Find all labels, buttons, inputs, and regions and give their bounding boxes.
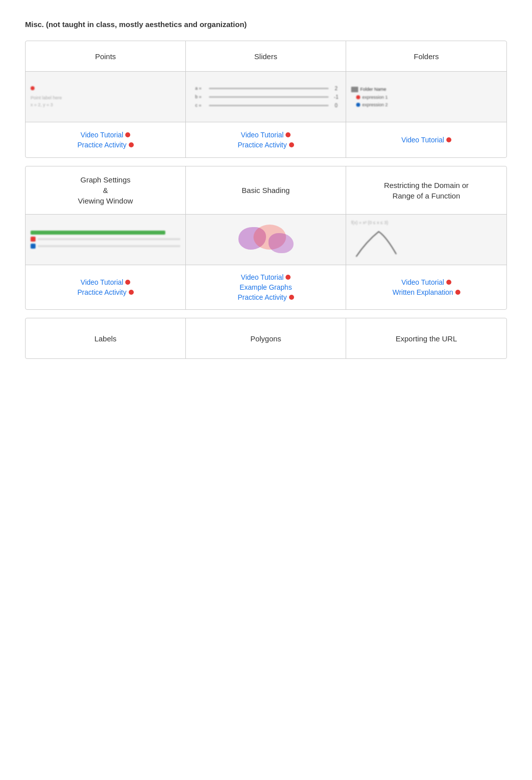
folders-video-tutorial-link[interactable]: Video Tutorial: [401, 136, 451, 144]
folders-preview: Folder Name expression 1 expression 2: [346, 72, 506, 122]
basic-shading-label: Basic Shading: [242, 186, 290, 194]
basic-shading-preview: [186, 215, 346, 265]
sliders-video-dot: [286, 132, 291, 137]
header-row-3: Labels Polygons Exporting the URL: [26, 318, 506, 358]
graph-settings-practice-link[interactable]: Practice Activity: [77, 288, 133, 296]
points-header: Points: [26, 41, 186, 71]
svg-rect-0: [351, 87, 358, 92]
graph-settings-header: Graph Settings & Viewing Window: [26, 166, 186, 214]
restrict-domain-written-label: Written Explanation: [392, 288, 453, 296]
folders-label: Folders: [414, 52, 439, 61]
basic-shading-video-dot: [286, 275, 291, 280]
folders-video-dot: [446, 137, 451, 142]
graph-settings-practice-label: Practice Activity: [77, 288, 126, 296]
section-title: Misc. (not taught in class, mostly aesth…: [25, 20, 507, 29]
basic-shading-video-tutorial-link[interactable]: Video Tutorial: [241, 273, 291, 281]
restrict-domain-header: Restricting the Domain or Range of a Fun…: [346, 166, 506, 214]
sliders-practice-label: Practice Activity: [237, 141, 287, 149]
restrict-domain-links: Video Tutorial Written Explanation: [346, 265, 506, 309]
graph-settings-video-tutorial-link[interactable]: Video Tutorial: [81, 278, 130, 286]
points-video-tutorial-link[interactable]: Video Tutorial: [81, 131, 130, 139]
polygons-label: Polygons: [250, 334, 282, 343]
restrict-domain-preview: f(x) = x² {0 ≤ x ≤ 3}: [346, 215, 506, 265]
basic-shading-links: Video Tutorial Example Graphs Practice A…: [186, 265, 346, 309]
links-row-2: Video Tutorial Practice Activity Video T…: [26, 265, 506, 309]
restrict-domain-video-dot: [446, 280, 451, 285]
sliders-header: Sliders: [186, 41, 346, 71]
basic-shading-practice-dot: [289, 295, 294, 300]
graph-settings-practice-dot: [129, 290, 134, 295]
polygons-header: Polygons: [186, 318, 346, 358]
graph-settings-links: Video Tutorial Practice Activity: [26, 265, 186, 309]
group3: Labels Polygons Exporting the URL: [25, 318, 507, 359]
labels-label: Labels: [94, 334, 116, 343]
graph-settings-video-dot: [125, 280, 130, 285]
labels-header: Labels: [26, 318, 186, 358]
preview-row-2: f(x) = x² {0 ≤ x ≤ 3}: [26, 214, 506, 265]
points-practice-dot: [129, 142, 134, 147]
sliders-links: Video Tutorial Practice Activity: [186, 122, 346, 157]
links-row-1: Video Tutorial Practice Activity Video T…: [26, 122, 506, 157]
restrict-domain-written-dot: [455, 290, 460, 295]
basic-shading-header: Basic Shading: [186, 166, 346, 214]
graph-settings-video-label: Video Tutorial: [81, 278, 123, 286]
points-practice-label: Practice Activity: [77, 141, 126, 149]
basic-shading-practice-link[interactable]: Practice Activity: [237, 293, 294, 301]
basic-shading-example-graphs-link[interactable]: Example Graphs: [239, 283, 292, 291]
basic-shading-practice-label: Practice Activity: [237, 293, 287, 301]
folders-header: Folders: [346, 41, 506, 71]
folders-video-tutorial-label: Video Tutorial: [401, 136, 444, 144]
points-label: Points: [95, 52, 116, 61]
sliders-video-tutorial-link[interactable]: Video Tutorial: [241, 131, 291, 139]
preview-row-1: Point label here x = 2, y = 3 a = 2 b = …: [26, 71, 506, 122]
graph-settings-preview: [26, 215, 186, 265]
basic-shading-video-label: Video Tutorial: [241, 273, 284, 281]
points-practice-activity-link[interactable]: Practice Activity: [77, 141, 133, 149]
restrict-domain-label: Restricting the Domain or Range of a Fun…: [384, 180, 468, 201]
sliders-practice-activity-link[interactable]: Practice Activity: [237, 141, 294, 149]
points-links: Video Tutorial Practice Activity: [26, 122, 186, 157]
points-preview: Point label here x = 2, y = 3: [26, 72, 186, 122]
group2: Graph Settings & Viewing Window Basic Sh…: [25, 166, 507, 310]
restrict-domain-video-tutorial-link[interactable]: Video Tutorial: [401, 278, 451, 286]
sliders-practice-dot: [289, 142, 294, 147]
sliders-label: Sliders: [254, 52, 278, 61]
points-video-dot: [125, 132, 130, 137]
export-url-label: Exporting the URL: [396, 334, 457, 343]
basic-shading-example-label: Example Graphs: [239, 283, 292, 291]
header-row-1: Points Sliders Folders: [26, 41, 506, 71]
export-url-header: Exporting the URL: [346, 318, 506, 358]
sliders-preview: a = 2 b = -1 c = 0: [186, 72, 346, 122]
folders-links: Video Tutorial: [346, 122, 506, 157]
restrict-domain-video-label: Video Tutorial: [401, 278, 444, 286]
restrict-domain-written-explanation-link[interactable]: Written Explanation: [392, 288, 460, 296]
group1: Points Sliders Folders Point label here …: [25, 41, 507, 158]
graph-settings-label: Graph Settings & Viewing Window: [78, 174, 133, 206]
header-row-2: Graph Settings & Viewing Window Basic Sh…: [26, 166, 506, 214]
sliders-video-tutorial-label: Video Tutorial: [241, 131, 284, 139]
points-video-tutorial-label: Video Tutorial: [81, 131, 123, 139]
